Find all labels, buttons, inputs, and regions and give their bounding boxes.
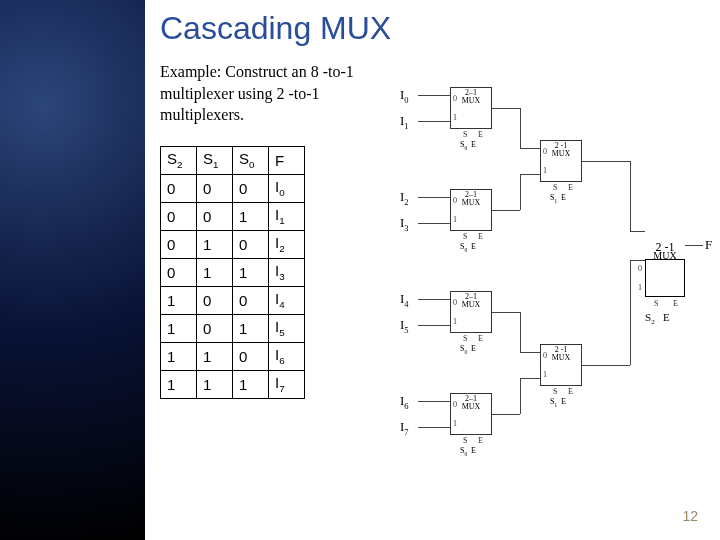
cell: I0 xyxy=(269,174,305,202)
cell: 0 xyxy=(161,230,197,258)
cell: 1 xyxy=(233,314,269,342)
slide-content: Cascading MUX Example: Construct an 8 -t… xyxy=(160,10,720,540)
cell: 1 xyxy=(161,342,197,370)
wire xyxy=(520,174,521,210)
final-mux-box: MUX 0 1 S E xyxy=(645,259,685,297)
cell: I7 xyxy=(269,370,305,398)
wire xyxy=(630,161,631,231)
cell: 1 xyxy=(161,370,197,398)
label-s0: S0 E xyxy=(460,140,476,151)
table-row: 111I7 xyxy=(161,370,305,398)
label-e: E xyxy=(673,299,678,308)
wire xyxy=(418,427,450,428)
label-s: S xyxy=(463,130,467,139)
wire xyxy=(520,352,540,353)
label-s0: S0 E xyxy=(460,446,476,457)
cell: 1 xyxy=(197,258,233,286)
mux-label: 2–1MUX xyxy=(451,293,491,310)
cell: 1 xyxy=(197,370,233,398)
table-row: 011I3 xyxy=(161,258,305,286)
wire xyxy=(492,210,520,211)
table-row: 001I1 xyxy=(161,202,305,230)
final-mux-area: 2 -1 MUX 0 1 S E S2 E xyxy=(645,240,685,326)
label-e: E xyxy=(478,130,483,139)
table-row: 110I6 xyxy=(161,342,305,370)
cell: I4 xyxy=(269,286,305,314)
cell: 0 xyxy=(233,174,269,202)
wire xyxy=(520,312,521,352)
label-s: S xyxy=(654,299,658,308)
cell: 0 xyxy=(197,286,233,314)
cell: 0 xyxy=(197,202,233,230)
cell: 0 xyxy=(161,202,197,230)
label-i6: I6 xyxy=(400,393,409,411)
table-header-row: S2 S1 S0 F xyxy=(161,146,305,174)
label-i1: I1 xyxy=(400,113,409,131)
wire xyxy=(492,414,520,415)
table-row: 010I2 xyxy=(161,230,305,258)
cell: 0 xyxy=(233,230,269,258)
table-row: 000I0 xyxy=(161,174,305,202)
cell: 1 xyxy=(197,342,233,370)
cell: 1 xyxy=(161,286,197,314)
cell: 1 xyxy=(233,258,269,286)
label-s0: S0 E xyxy=(460,344,476,355)
th-s0: S0 xyxy=(233,146,269,174)
th-s1: S1 xyxy=(197,146,233,174)
mux-label: 2–1MUX xyxy=(451,395,491,412)
wire xyxy=(418,121,450,122)
mux-label: 2 -1MUX xyxy=(541,142,581,159)
th-s2: S2 xyxy=(161,146,197,174)
label-i2: I2 xyxy=(400,189,409,207)
label-i7: I7 xyxy=(400,419,409,437)
mux-label: 2–1MUX xyxy=(451,191,491,208)
cell: 0 xyxy=(161,174,197,202)
label-e: E xyxy=(663,311,670,323)
cell: I2 xyxy=(269,230,305,258)
wire xyxy=(520,174,540,175)
final-mux-label: MUX xyxy=(646,250,684,261)
mux-cascading-diagram: I0 I1 I2 I3 I4 I5 I6 I7 2–1MUX 0 1 S E S… xyxy=(400,85,710,515)
label-i0: I0 xyxy=(400,87,409,105)
mux-box-stage1: 2–1MUX 0 1 S E xyxy=(450,393,492,435)
wire xyxy=(418,95,450,96)
wire xyxy=(630,260,645,261)
wire xyxy=(685,245,703,246)
cell: 0 xyxy=(233,342,269,370)
mux-box-stage1: 2–1MUX 0 1 S E xyxy=(450,291,492,333)
page-title: Cascading MUX xyxy=(160,10,720,47)
table-row: 101I5 xyxy=(161,314,305,342)
cell: I3 xyxy=(269,258,305,286)
mux-label: 2 -1MUX xyxy=(541,346,581,363)
wire xyxy=(630,231,645,232)
cell: 1 xyxy=(161,314,197,342)
cell: 0 xyxy=(197,314,233,342)
wire xyxy=(492,108,520,109)
cell: 1 xyxy=(233,202,269,230)
label-i5: I5 xyxy=(400,317,409,335)
wire xyxy=(492,312,520,313)
wire xyxy=(418,299,450,300)
wire xyxy=(520,378,521,414)
label-i3: I3 xyxy=(400,215,409,233)
example-text: Example: Construct an 8 -to-1 multiplexe… xyxy=(160,61,370,126)
table-row: 100I4 xyxy=(161,286,305,314)
mux-box-stage1: 2–1MUX 0 1 S E xyxy=(450,87,492,129)
decorative-sidebar xyxy=(0,0,145,540)
label-s0: S0 E xyxy=(460,242,476,253)
cell: 0 xyxy=(197,174,233,202)
cell: 1 xyxy=(197,230,233,258)
cell: I5 xyxy=(269,314,305,342)
wire xyxy=(520,108,521,148)
cell: 0 xyxy=(161,258,197,286)
final-select-labels: S2 E xyxy=(645,311,685,326)
cell: 1 xyxy=(233,370,269,398)
th-f: F xyxy=(269,146,305,174)
cell: I6 xyxy=(269,342,305,370)
wire xyxy=(520,378,540,379)
truth-table: S2 S1 S0 F 000I0 001I1 010I2 011I3 100I4… xyxy=(160,146,305,399)
wire xyxy=(582,161,630,162)
wire xyxy=(630,260,631,365)
mux-box-stage2: 2 -1MUX 0 1 S E xyxy=(540,140,582,182)
label-s1: S1 E xyxy=(550,397,566,408)
